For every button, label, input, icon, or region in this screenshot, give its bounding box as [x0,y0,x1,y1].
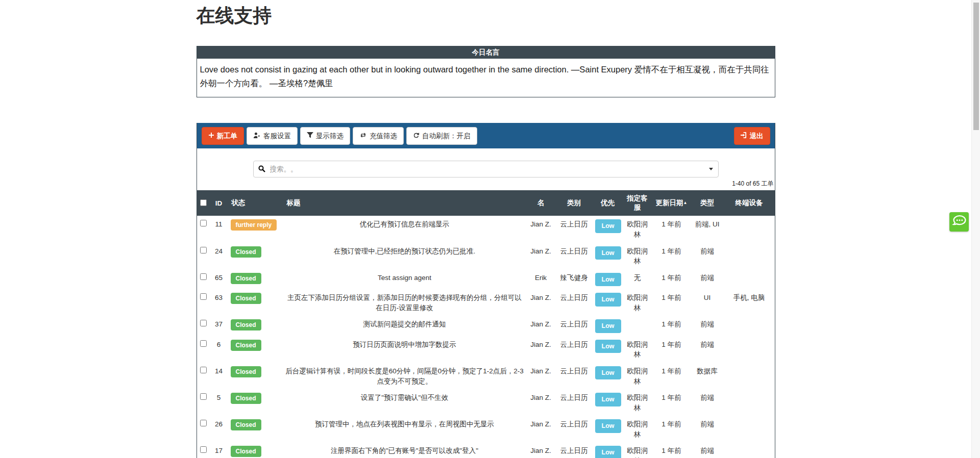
table-row: 5 Closed 设置了"预订需确认"但不生效 Jian Z. 云上日历 Low… [197,389,775,416]
cell-title: 设置了"预订需确认"但不生效 [283,389,527,416]
cell-priority: Low [593,243,623,269]
cell-agent: 欧阳润林 [623,243,652,269]
cell-title: 主页左下添加日历分组设置，新添加日历的时候要选择现有的分组，分组可以在日历-设置… [283,289,527,316]
column-header-priority[interactable]: 优先 [593,190,623,216]
cell-title: 注册界面右下角的"已有账号"是否可以改成"登入" [283,442,527,458]
cell-status: Closed [228,416,283,442]
cell-priority: Low [593,316,623,336]
search-input[interactable] [253,161,719,177]
rocketchat-bubble-icon [951,214,967,230]
status-badge: Closed [231,366,261,377]
select-all-column-header[interactable] [197,190,210,216]
cell-status: Closed [228,269,283,290]
cell-name: Jian Z. [527,316,555,336]
column-header-updated[interactable]: 更新日期▲ [652,190,691,216]
table-row: 37 Closed 测试新问题提交的邮件通知 Jian Z. 云上日历 Low … [197,316,775,336]
cell-agent: 欧阳润林 [623,389,652,416]
priority-badge: Low [595,366,621,380]
new-ticket-button[interactable]: 新工单 [202,127,244,145]
quote-text: Love does not consist in gazing at each … [197,59,775,97]
cell-category: 云上日历 [555,442,593,458]
table-row: 65 Closed Test assign agent Erik 辣飞健身 Lo… [197,269,775,290]
cell-status: Closed [228,442,283,458]
cell-type: 前端, UI [691,216,724,242]
row-checkbox[interactable] [200,367,207,373]
auto-refresh-button[interactable]: 自动刷新：开启 [406,127,477,145]
cell-device [724,243,775,269]
column-header-status[interactable]: 状态 [228,190,283,216]
cell-updated: 1 年前 [652,442,691,458]
agent-settings-button[interactable]: 客服设置 [247,127,298,145]
cell-device [724,389,775,416]
row-checkbox[interactable] [200,247,207,253]
cell-category: 辣飞健身 [555,269,593,290]
cell-name: Jian Z. [527,363,555,389]
livechat-button[interactable] [949,212,969,232]
page-scrollbar[interactable] [971,0,980,458]
row-checkbox[interactable] [200,320,207,326]
select-all-checkbox[interactable] [200,199,207,206]
priority-badge: Low [595,446,621,458]
cell-id: 63 [210,289,228,316]
column-header-agent[interactable]: 指定客服 [623,190,652,216]
chevron-down-icon[interactable] [709,168,713,170]
column-header-id[interactable]: ID [210,190,228,216]
status-badge: Closed [231,340,261,351]
column-header-title[interactable]: 标题 [283,190,527,216]
cell-id: 11 [210,216,228,242]
cell-name: Jian Z. [527,416,555,442]
result-count: 1-40 of 65 工单 [197,180,774,188]
cell-priority: Low [593,269,623,290]
search-bar [253,161,719,177]
cell-type: 前端 [691,243,724,269]
quote-panel-header: 今日名言 [197,46,775,59]
cell-title: 优化已有预订信息在前端显示 [283,216,527,242]
cell-device [724,269,775,290]
priority-badge: Low [595,393,621,406]
cell-priority: Low [593,216,623,242]
scrollbar-thumb[interactable] [973,3,979,130]
cell-updated: 1 年前 [652,289,691,316]
column-header-category[interactable]: 类别 [555,190,593,216]
cell-updated: 1 年前 [652,389,691,416]
column-header-device[interactable]: 终端设备 [724,190,775,216]
row-checkbox[interactable] [200,420,207,426]
cell-category: 云上日历 [555,316,593,336]
search-icon [258,165,265,174]
cell-updated: 1 年前 [652,363,691,389]
row-checkbox[interactable] [200,273,207,280]
cell-agent: 欧阳润林 [623,442,652,458]
row-checkbox[interactable] [200,220,207,226]
cell-name: Jian Z. [527,336,555,363]
user-cog-icon [253,132,261,140]
table-row: 63 Closed 主页左下添加日历分组设置，新添加日历的时候要选择现有的分组，… [197,289,775,316]
row-checkbox[interactable] [200,393,207,400]
cell-type: 前端 [691,389,724,416]
cell-id: 6 [210,336,228,363]
status-badge: Closed [231,393,261,404]
cell-name: Erik [527,269,555,290]
ticket-panel: 新工单 客服设置 显示筛选 充值筛选 自动刷新：开启 [197,123,775,458]
priority-badge: Low [595,419,621,433]
priority-badge: Low [595,273,621,287]
cell-device [724,442,775,458]
column-header-name[interactable]: 名 [527,190,555,216]
cell-updated: 1 年前 [652,269,691,290]
recharge-filter-button[interactable]: 充值筛选 [353,127,404,145]
cell-title: 预订管理中，地点在列表视图中有显示，在周视图中无显示 [283,416,527,442]
cell-agent: 欧阳润林 [623,216,652,242]
display-filter-button[interactable]: 显示筛选 [300,127,350,145]
cell-device [724,336,775,363]
status-badge: Closed [231,319,261,330]
cell-device: 手机, 电脑 [724,289,775,316]
logout-button[interactable]: 退出 [734,127,770,145]
column-header-type[interactable]: 类型 [691,190,724,216]
cell-type: 前端 [691,316,724,336]
row-checkbox[interactable] [200,340,207,347]
exchange-icon [359,132,367,140]
priority-badge: Low [595,340,621,353]
cell-status: Closed [228,336,283,363]
row-checkbox[interactable] [200,293,207,300]
cell-device [724,316,775,336]
row-checkbox[interactable] [200,446,207,453]
